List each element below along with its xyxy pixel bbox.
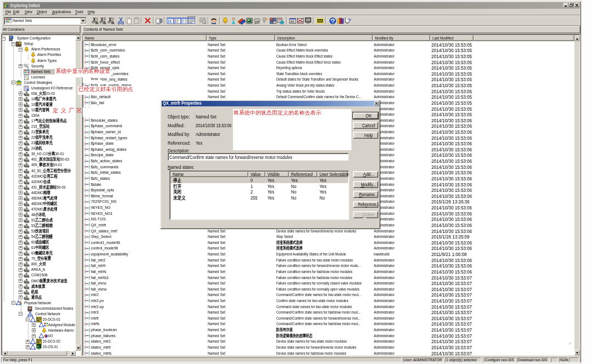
svg-text:abc: abc <box>290 20 293 22</box>
svg-text:?: ? <box>348 18 351 23</box>
svg-text:1: 1 <box>104 17 106 20</box>
